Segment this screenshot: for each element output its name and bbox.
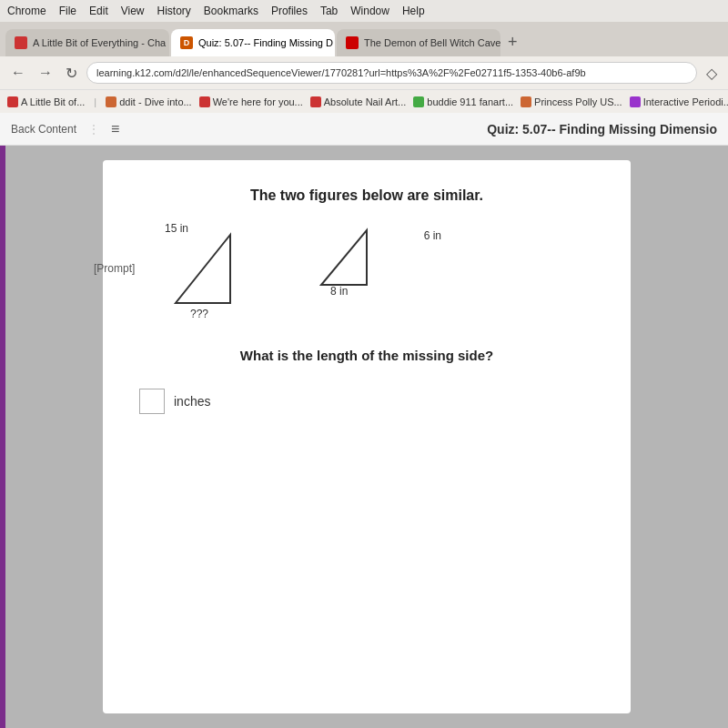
- answer-row: inches: [139, 389, 594, 414]
- figure2-container: 6 in 8 in: [312, 226, 403, 294]
- bookmark-label-2: ddit - Dive into...: [119, 96, 191, 107]
- quiz-card: The two figures below are similar. [Prom…: [103, 160, 631, 713]
- figure2-svg: [312, 226, 403, 294]
- bookmark-nail[interactable]: Absolute Nail Art...: [310, 96, 407, 107]
- back-content-button[interactable]: Back Content: [11, 123, 76, 136]
- figure1-side-label: 15 in: [165, 222, 188, 235]
- bookmark-label-6: Princess Polly US...: [534, 96, 622, 107]
- bookmark-here[interactable]: We're here for you...: [199, 96, 303, 107]
- main-area: The two figures below are similar. [Prom…: [0, 146, 728, 728]
- menu-view[interactable]: View: [121, 5, 145, 17]
- figures-row: [Prompt] 15 in ???: [139, 226, 594, 320]
- menu-history[interactable]: History: [157, 5, 191, 17]
- menu-window[interactable]: Window: [350, 5, 389, 17]
- bookmark-label-1: A Little Bit of...: [21, 96, 85, 107]
- menu-profiles[interactable]: Profiles: [271, 5, 308, 17]
- menu-edit[interactable]: Edit: [89, 5, 108, 17]
- menu-bookmarks[interactable]: Bookmarks: [204, 5, 258, 17]
- bookmark-icon-7: [630, 96, 641, 107]
- menu-toggle-button[interactable]: ≡: [111, 121, 119, 137]
- bookmark-icon-5: [413, 96, 424, 107]
- tab-quiz[interactable]: D Quiz: 5.07-- Finding Missing D ×: [171, 29, 335, 56]
- figure1-container: 15 in ???: [157, 226, 276, 317]
- figure2-side-label: 6 in: [424, 229, 441, 242]
- bookmark-icon-2: [106, 96, 116, 107]
- quiz-title: Quiz: 5.07-- Finding Missing Dimensio: [487, 122, 717, 136]
- tab-label-3: The Demon of Bell Witch Cave: [364, 37, 500, 48]
- content-area: The two figures below are similar. [Prom…: [5, 146, 728, 728]
- menu-tab[interactable]: Tab: [320, 5, 338, 17]
- menu-chrome[interactable]: Chrome: [7, 5, 46, 17]
- bookmark-princess[interactable]: Princess Polly US...: [521, 96, 622, 107]
- figure2-wrapper: 6 in 8 in: [312, 226, 403, 298]
- svg-marker-0: [176, 235, 230, 303]
- menu-help[interactable]: Help: [402, 5, 425, 17]
- bookmark-alittlebit[interactable]: A Little Bit of...: [7, 96, 85, 107]
- tab-favicon-3: [346, 36, 359, 49]
- page-title-bar: Quiz: 5.07-- Finding Missing Dimensio: [130, 122, 717, 136]
- figure1-svg: [157, 226, 276, 317]
- bookmark-icon-4: [310, 96, 321, 107]
- svg-marker-1: [321, 230, 367, 285]
- extensions-button[interactable]: ◇: [703, 63, 721, 84]
- inches-label: inches: [174, 394, 210, 409]
- forward-button[interactable]: →: [35, 63, 56, 83]
- question-sub: What is the length of the missing side?: [139, 348, 594, 363]
- bookmark-icon-3: [199, 96, 210, 107]
- bookmark-label-5: buddie 911 fanart...: [427, 96, 513, 107]
- bookmark-label-7: Interactive Periodi...: [643, 96, 728, 107]
- tab-favicon-2: D: [180, 36, 193, 49]
- bookmark-interactive[interactable]: Interactive Periodi...: [630, 96, 728, 107]
- bookmark-label-3: We're here for you...: [213, 96, 303, 107]
- bookmark-icon-1: [7, 96, 18, 107]
- new-tab-button[interactable]: +: [502, 34, 523, 50]
- address-input[interactable]: [86, 62, 697, 84]
- bookmark-ddit[interactable]: ddit - Dive into...: [106, 96, 191, 107]
- tab-bar: A Little Bit of Everything - Cha × D Qui…: [0, 22, 728, 56]
- tab-demon[interactable]: The Demon of Bell Witch Cave ×: [337, 29, 500, 56]
- tab-label-2: Quiz: 5.07-- Finding Missing D: [198, 37, 333, 48]
- bookmarks-bar: A Little Bit of... | ddit - Dive into...…: [0, 89, 728, 113]
- separator-dots: ⋮: [87, 122, 100, 136]
- figure2-bottom-label: 8 in: [330, 285, 348, 298]
- prompt-label: [Prompt]: [94, 262, 135, 275]
- sep-1: |: [94, 96, 96, 107]
- tab-label-1: A Little Bit of Everything - Cha: [33, 37, 166, 48]
- bookmark-buddie[interactable]: buddie 911 fanart...: [413, 96, 513, 107]
- back-button[interactable]: ←: [7, 63, 29, 83]
- answer-box[interactable]: [139, 389, 165, 414]
- tab-alittlebit[interactable]: A Little Bit of Everything - Cha ×: [5, 29, 169, 56]
- page-content: Back Content ⋮ ≡ Quiz: 5.07-- Finding Mi…: [0, 113, 728, 728]
- refresh-button[interactable]: ↻: [62, 63, 81, 84]
- address-bar: ← → ↻ ◇: [0, 56, 728, 89]
- figure1-wrapper: [Prompt] 15 in ???: [157, 226, 276, 320]
- menu-file[interactable]: File: [59, 5, 76, 17]
- figure1-bottom-label: ???: [190, 308, 208, 320]
- page-top-bar: Back Content ⋮ ≡ Quiz: 5.07-- Finding Mi…: [0, 113, 728, 146]
- question-header: The two figures below are similar.: [139, 187, 594, 204]
- bookmark-icon-6: [521, 96, 531, 107]
- menu-bar: Chrome File Edit View History Bookmarks …: [0, 0, 728, 22]
- tab-favicon-1: [15, 36, 27, 49]
- bookmark-label-4: Absolute Nail Art...: [324, 96, 407, 107]
